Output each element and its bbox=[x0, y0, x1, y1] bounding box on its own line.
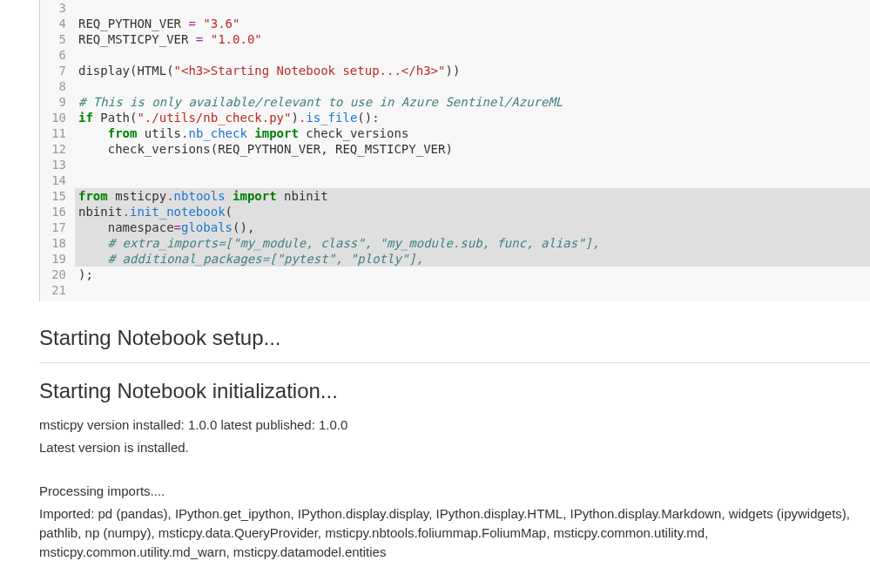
code-line[interactable]: 3 bbox=[40, 0, 870, 16]
code-line[interactable]: 16nbinit.init_notebook( bbox=[40, 204, 870, 220]
output-heading-init: Starting Notebook initialization... bbox=[39, 379, 870, 403]
code-content[interactable]: display(HTML("<h3>Starting Notebook setu… bbox=[75, 63, 870, 78]
code-line[interactable]: 7display(HTML("<h3>Starting Notebook set… bbox=[40, 63, 870, 78]
line-number: 7 bbox=[40, 63, 75, 78]
code-content[interactable]: nbinit.init_notebook( bbox=[75, 204, 870, 220]
line-number: 13 bbox=[40, 157, 75, 172]
code-line[interactable]: 19 # additional_packages=["pytest", "plo… bbox=[40, 251, 870, 267]
code-line[interactable]: 15from msticpy.nbtools import nbinit bbox=[40, 188, 870, 204]
code-cell[interactable]: 3 4REQ_PYTHON_VER = "3.6"5REQ_MSTICPY_VE… bbox=[39, 0, 870, 301]
line-number: 14 bbox=[40, 172, 75, 188]
code-content[interactable]: namespace=globals(), bbox=[75, 220, 870, 235]
code-content[interactable] bbox=[75, 282, 870, 298]
line-number: 11 bbox=[40, 125, 75, 141]
line-number: 9 bbox=[40, 94, 75, 110]
code-line[interactable]: 11 from utils.nb_check import check_vers… bbox=[40, 125, 870, 141]
code-content[interactable]: if Path("./utils/nb_check.py").is_file()… bbox=[75, 110, 870, 125]
output-processing: Processing imports.... bbox=[39, 482, 870, 501]
code-content[interactable]: # extra_imports=["my_module, class", "my… bbox=[75, 235, 870, 251]
line-number: 21 bbox=[40, 282, 75, 298]
output-imported: Imported: pd (pandas), IPython.get_ipyth… bbox=[39, 504, 870, 562]
line-number: 19 bbox=[40, 251, 75, 267]
code-content[interactable] bbox=[75, 78, 870, 94]
code-content[interactable]: from utils.nb_check import check_version… bbox=[75, 125, 870, 141]
code-content[interactable]: REQ_MSTICPY_VER = "1.0.0" bbox=[75, 31, 870, 47]
line-number: 5 bbox=[40, 31, 75, 47]
line-number: 17 bbox=[40, 220, 75, 235]
code-line[interactable]: 17 namespace=globals(), bbox=[40, 220, 870, 235]
code-line[interactable]: 14 bbox=[40, 172, 870, 188]
code-content[interactable]: check_versions(REQ_PYTHON_VER, REQ_MSTIC… bbox=[75, 141, 870, 157]
code-content[interactable]: ); bbox=[75, 267, 870, 282]
line-number: 8 bbox=[40, 78, 75, 94]
code-content[interactable] bbox=[75, 157, 870, 172]
code-line[interactable]: 21 bbox=[40, 282, 870, 298]
code-line[interactable]: 10if Path("./utils/nb_check.py").is_file… bbox=[40, 110, 870, 125]
line-number: 20 bbox=[40, 267, 75, 282]
code-line[interactable]: 4REQ_PYTHON_VER = "3.6" bbox=[40, 16, 870, 31]
cell-output: Starting Notebook setup... Starting Note… bbox=[0, 301, 870, 588]
output-divider bbox=[39, 362, 870, 363]
code-line[interactable]: 8 bbox=[40, 78, 870, 94]
code-line[interactable]: 20); bbox=[40, 267, 870, 282]
line-number: 15 bbox=[40, 188, 75, 204]
code-content[interactable]: from msticpy.nbtools import nbinit bbox=[75, 188, 870, 204]
code-content[interactable]: # This is only available/relevant to use… bbox=[75, 94, 870, 110]
code-line[interactable]: 18 # extra_imports=["my_module, class", … bbox=[40, 235, 870, 251]
line-number: 6 bbox=[40, 47, 75, 63]
code-content[interactable] bbox=[75, 172, 870, 188]
output-version-line: msticpy version installed: 1.0.0 latest … bbox=[39, 416, 870, 435]
code-line[interactable]: 12 check_versions(REQ_PYTHON_VER, REQ_MS… bbox=[40, 141, 870, 157]
line-number: 16 bbox=[40, 204, 75, 220]
line-number: 12 bbox=[40, 141, 75, 157]
line-number: 10 bbox=[40, 110, 75, 125]
code-content[interactable] bbox=[75, 47, 870, 63]
code-line[interactable]: 5REQ_MSTICPY_VER = "1.0.0" bbox=[40, 31, 870, 47]
line-number: 18 bbox=[40, 235, 75, 251]
code-line[interactable]: 9# This is only available/relevant to us… bbox=[40, 94, 870, 110]
code-line[interactable]: 13 bbox=[40, 157, 870, 172]
line-number: 4 bbox=[40, 16, 75, 31]
code-content[interactable]: REQ_PYTHON_VER = "3.6" bbox=[75, 16, 870, 31]
output-latest-line: Latest version is installed. bbox=[39, 438, 870, 457]
output-heading-setup: Starting Notebook setup... bbox=[39, 326, 870, 350]
code-content[interactable]: # additional_packages=["pytest", "plotly… bbox=[75, 251, 870, 267]
code-line[interactable]: 6 bbox=[40, 47, 870, 63]
code-content[interactable] bbox=[75, 0, 870, 16]
line-number: 3 bbox=[40, 0, 75, 16]
